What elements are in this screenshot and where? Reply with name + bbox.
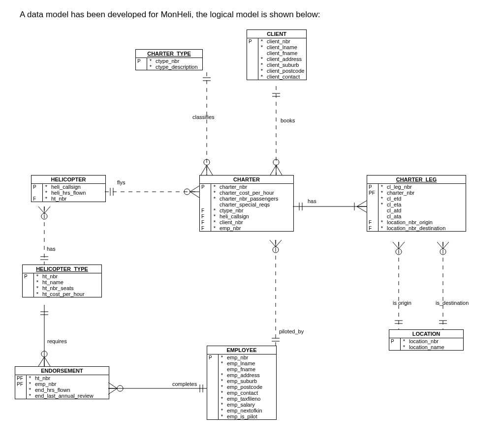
attr-name: location_nbr_destination [385, 225, 466, 231]
attr-key [367, 213, 378, 219]
svg-line-20 [190, 192, 199, 198]
attr-name: emp_nbr [33, 381, 109, 387]
attr-bullet: * [219, 408, 226, 413]
attr-name: emp_fname [225, 366, 276, 372]
conn-requires [38, 305, 50, 366]
attr-name: emp_address [225, 372, 276, 378]
attr-bullet: * [378, 196, 386, 202]
attr-bullet: * [211, 225, 219, 231]
attr-key [207, 378, 219, 384]
attr-key [247, 50, 258, 56]
attr-bullet: * [27, 381, 34, 387]
attr-name: client_suburb [265, 62, 306, 68]
attr-key [207, 390, 219, 396]
attr-name: location_name [408, 344, 463, 350]
attr-row: *charter_cost_per_hour [200, 190, 293, 196]
attr-row: F*ctype_nbr [200, 207, 293, 213]
attr-key [207, 413, 219, 419]
attr-key [389, 344, 401, 350]
attr-name: client_contact [265, 74, 306, 80]
attr-bullet: * [34, 285, 41, 291]
attr-bullet [258, 50, 266, 56]
attr-name: ctype_description [154, 64, 202, 70]
attr-row: *client_lname [247, 44, 306, 50]
attr-key [200, 196, 211, 202]
svg-line-6 [207, 165, 213, 175]
svg-line-41 [44, 357, 50, 366]
entity-helicopter-type-title: HELICOPTER_TYPE [23, 265, 101, 273]
attr-bullet: * [378, 184, 386, 190]
attr-name: client_postcode [265, 68, 306, 74]
entity-client: CLIENT P*client_nbr*client_lnameclient_f… [247, 29, 307, 80]
rel-classifies: classifies [192, 114, 215, 120]
attr-bullet: * [258, 44, 266, 50]
attr-name: ctype_nbr [154, 58, 202, 64]
svg-line-65 [437, 242, 443, 249]
attr-row: charter_special_reqs [200, 202, 293, 207]
attr-bullet: * [401, 344, 408, 350]
attr-key: P [200, 184, 211, 190]
attr-bullet: * [219, 396, 226, 402]
attr-name: emp_taxfileno [225, 396, 276, 402]
attr-name: charter_special_reqs [218, 202, 293, 207]
attr-row: P*ht_nbr [23, 273, 101, 279]
attr-row: *client_postcode [247, 68, 306, 74]
conn-flys [105, 186, 199, 198]
attr-key [207, 384, 219, 390]
attr-bullet: * [211, 196, 219, 202]
attr-key: PF [15, 375, 27, 381]
attr-key: F [200, 207, 211, 213]
attr-bullet: * [43, 190, 50, 196]
attr-bullet: * [34, 279, 41, 285]
attr-row: F*emp_nbr [200, 225, 293, 231]
attr-name: emp_nextofkin [225, 408, 276, 413]
svg-line-18 [190, 186, 199, 192]
attr-row: *emp_taxfileno [207, 396, 276, 402]
svg-line-39 [38, 357, 44, 366]
attr-key [200, 202, 211, 207]
attr-row: F*heli_callsign [200, 213, 293, 219]
svg-line-4 [201, 165, 207, 175]
attr-row: PF*ht_nbr [15, 375, 109, 381]
attr-bullet: * [219, 372, 226, 378]
intro-text: A data model has been developed for MonH… [20, 10, 320, 20]
attr-key [247, 68, 258, 74]
attr-key [247, 56, 258, 62]
attr-bullet: * [147, 58, 155, 64]
attr-name: emp_lname [225, 360, 276, 366]
attr-row: *client_contact [247, 74, 306, 80]
entity-client-title: CLIENT [247, 30, 306, 38]
attr-key [367, 207, 378, 213]
attr-row: *cl_eta [367, 202, 466, 207]
attr-key [23, 279, 34, 285]
svg-line-53 [108, 388, 117, 394]
attr-bullet: * [378, 219, 386, 225]
attr-name: client_nbr [265, 38, 306, 44]
attr-key [207, 396, 219, 402]
attr-name: charter_nbr [218, 184, 293, 190]
attr-key [207, 360, 219, 366]
attr-row: F*location_nbr_origin [367, 219, 466, 225]
attr-bullet [378, 207, 386, 213]
attr-row: *emp_suburb [207, 378, 276, 384]
attr-key [207, 366, 219, 372]
attr-row: *emp_lname [207, 360, 276, 366]
attr-name: emp_postcode [225, 384, 276, 390]
attr-row: *emp_contact [207, 390, 276, 396]
conn-is-destination [437, 242, 449, 329]
attr-row: *client_suburb [247, 62, 306, 68]
attr-bullet: * [378, 202, 386, 207]
attr-name: cl_etd [385, 196, 466, 202]
entity-charter: CHARTER P*charter_nbr*charter_cost_per_h… [199, 175, 294, 232]
svg-line-30 [38, 206, 44, 213]
entity-charter-title: CHARTER [200, 176, 293, 184]
attr-key: F [32, 196, 43, 202]
attr-key [207, 408, 219, 413]
attr-bullet: * [258, 74, 266, 80]
attr-name: client_fname [265, 50, 306, 56]
attr-row: F*location_nbr_destination [367, 225, 466, 231]
rel-is-destination: is_destination [436, 300, 469, 306]
attr-bullet: * [43, 196, 50, 202]
attr-key: P [32, 184, 43, 190]
svg-line-46 [276, 240, 282, 247]
